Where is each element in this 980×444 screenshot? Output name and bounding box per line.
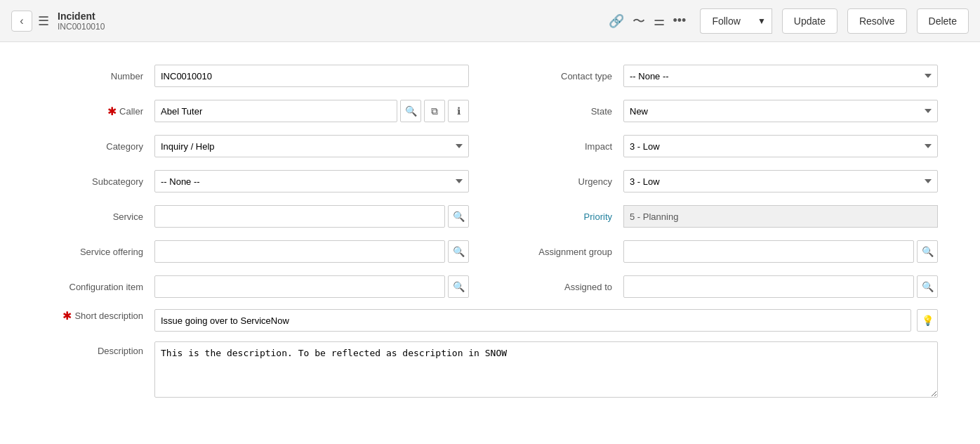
short-desc-row: ✱ Short description 💡 (42, 309, 938, 332)
config-item-input[interactable] (154, 275, 445, 298)
category-control: Inquiry / Help -- None -- Hardware Softw… (154, 135, 469, 157)
short-desc-required-star: ✱ (62, 309, 72, 322)
service-offering-row: Service offering 🔍 (42, 239, 469, 264)
caller-input[interactable] (154, 100, 397, 122)
form-grid: Number ✱ Caller 🔍 ⧉ ℹ (42, 63, 938, 309)
urgency-control: 1 - High 2 - Medium 3 - Low (623, 170, 938, 192)
assignment-group-control: 🔍 (623, 240, 938, 263)
incident-number: INC0010010 (58, 22, 603, 32)
config-item-search-button[interactable]: 🔍 (448, 275, 469, 298)
left-column: Number ✱ Caller 🔍 ⧉ ℹ (42, 63, 469, 309)
caller-info-button[interactable]: ℹ (448, 100, 469, 122)
main-content: Number ✱ Caller 🔍 ⧉ ℹ (0, 42, 980, 431)
caller-required-star: ✱ (107, 105, 117, 118)
lightbulb-button[interactable]: 💡 (917, 309, 938, 332)
description-control (154, 341, 938, 400)
description-textarea[interactable] (154, 341, 938, 398)
short-desc-label: ✱ Short description (42, 309, 154, 322)
state-select[interactable]: New In Progress On Hold Resolved Closed (623, 100, 938, 122)
urgency-row: Urgency 1 - High 2 - Medium 3 - Low (511, 169, 938, 194)
toolbar-title: Incident INC0010010 (58, 11, 603, 32)
right-column: Contact type -- None -- Email Phone Self… (511, 63, 938, 309)
back-button[interactable]: ‹ (11, 11, 32, 32)
category-select[interactable]: Inquiry / Help -- None -- Hardware Softw… (154, 135, 469, 157)
resolve-button[interactable]: Resolve (847, 8, 907, 34)
settings-icon[interactable]: ⚌ (654, 13, 665, 29)
toolbar-icons: 🔗 〜 ⚌ ••• (609, 13, 687, 30)
contact-type-control: -- None -- Email Phone Self-service (623, 65, 938, 87)
assigned-to-input[interactable] (623, 275, 914, 298)
impact-label: Impact (511, 141, 623, 152)
follow-button[interactable]: Follow (700, 8, 751, 34)
delete-button[interactable]: Delete (917, 8, 969, 34)
activity-icon[interactable]: 〜 (633, 13, 645, 30)
assigned-to-control: 🔍 (623, 275, 938, 298)
attach-icon[interactable]: 🔗 (609, 13, 624, 29)
assignment-group-row: Assignment group 🔍 (511, 239, 938, 264)
priority-label[interactable]: Priority (511, 211, 623, 222)
assigned-to-label: Assigned to (511, 282, 623, 292)
number-input[interactable] (154, 65, 469, 87)
toolbar: ‹ ☰ Incident INC0010010 🔗 〜 ⚌ ••• Follow… (0, 0, 980, 42)
category-label: Category (42, 141, 154, 152)
assignment-group-label: Assignment group (511, 247, 623, 257)
assigned-to-row: Assigned to 🔍 (511, 274, 938, 299)
config-item-row: Configuration item 🔍 (42, 274, 469, 299)
service-label: Service (42, 211, 154, 222)
state-row: State New In Progress On Hold Resolved C… (511, 98, 938, 124)
impact-select[interactable]: 1 - High 2 - Medium 3 - Low (623, 135, 938, 157)
service-offering-search-button[interactable]: 🔍 (448, 240, 469, 263)
urgency-select[interactable]: 1 - High 2 - Medium 3 - Low (623, 170, 938, 192)
service-input[interactable] (154, 205, 445, 228)
subcategory-row: Subcategory -- None -- (42, 169, 469, 194)
service-search-button[interactable]: 🔍 (448, 205, 469, 228)
incident-title: Incident (58, 11, 603, 22)
service-offering-control: 🔍 (154, 240, 469, 263)
caller-label: ✱ Caller (42, 105, 154, 118)
contact-type-select[interactable]: -- None -- Email Phone Self-service (623, 65, 938, 87)
number-row: Number (42, 63, 469, 89)
contact-type-label: Contact type (511, 71, 623, 81)
follow-dropdown-button[interactable]: ▼ (752, 8, 772, 34)
description-label: Description (42, 341, 154, 356)
state-control: New In Progress On Hold Resolved Closed (623, 100, 938, 122)
caller-control: 🔍 ⧉ ℹ (154, 100, 469, 122)
service-row: Service 🔍 (42, 204, 469, 229)
caller-reference-button[interactable]: ⧉ (424, 100, 445, 122)
state-label: State (511, 106, 623, 117)
impact-row: Impact 1 - High 2 - Medium 3 - Low (511, 133, 938, 159)
number-control (154, 65, 469, 87)
contact-type-row: Contact type -- None -- Email Phone Self… (511, 63, 938, 89)
impact-control: 1 - High 2 - Medium 3 - Low (623, 135, 938, 157)
assigned-to-search-button[interactable]: 🔍 (917, 275, 938, 298)
subcategory-select[interactable]: -- None -- (154, 170, 469, 192)
service-offering-input[interactable] (154, 240, 445, 263)
urgency-label: Urgency (511, 176, 623, 187)
caller-search-button[interactable]: 🔍 (400, 100, 421, 122)
assignment-group-search-button[interactable]: 🔍 (917, 240, 938, 263)
config-item-control: 🔍 (154, 275, 469, 298)
short-desc-input[interactable] (154, 309, 911, 332)
service-control: 🔍 (154, 205, 469, 228)
service-offering-label: Service offering (42, 247, 154, 257)
short-desc-control: 💡 (154, 309, 938, 332)
menu-icon[interactable]: ☰ (38, 13, 49, 29)
category-row: Category Inquiry / Help -- None -- Hardw… (42, 133, 469, 159)
more-icon[interactable]: ••• (673, 13, 687, 28)
number-label: Number (42, 71, 154, 81)
priority-row: Priority 5 - Planning (511, 204, 938, 229)
priority-control: 5 - Planning (623, 205, 938, 228)
subcategory-label: Subcategory (42, 176, 154, 187)
priority-value: 5 - Planning (623, 205, 938, 228)
caller-row: ✱ Caller 🔍 ⧉ ℹ (42, 98, 469, 124)
assignment-group-input[interactable] (623, 240, 914, 263)
update-button[interactable]: Update (782, 8, 837, 34)
config-item-label: Configuration item (42, 282, 154, 292)
subcategory-control: -- None -- (154, 170, 469, 192)
follow-button-group: Follow ▼ (700, 8, 772, 34)
description-row: Description (42, 341, 938, 400)
